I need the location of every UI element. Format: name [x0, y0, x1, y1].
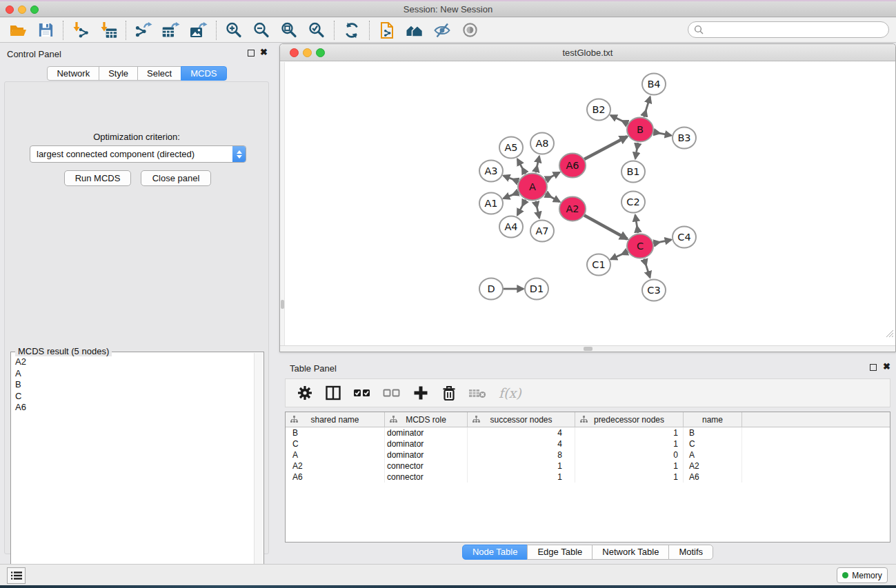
- table-settings-button[interactable]: [297, 385, 313, 401]
- graph-node-A[interactable]: A: [518, 174, 547, 201]
- table-float-panel-icon[interactable]: [870, 364, 877, 371]
- graph-node-A2[interactable]: A2: [559, 197, 586, 221]
- add-column-button[interactable]: [412, 385, 429, 401]
- mcds-result-item[interactable]: A6: [12, 402, 252, 414]
- graph-edge-B-B4[interactable]: [644, 97, 650, 116]
- table-cell-successor-nodes[interactable]: 4: [468, 438, 575, 449]
- tab-node-table[interactable]: Node Table: [462, 545, 528, 560]
- graph-node-A5[interactable]: A5: [499, 137, 523, 159]
- graph-node-A7[interactable]: A7: [530, 221, 554, 242]
- table-cell-name[interactable]: C: [684, 438, 742, 449]
- graph-edge-A-A6[interactable]: [546, 172, 560, 180]
- export-table-button[interactable]: [157, 19, 185, 41]
- export-image-button[interactable]: [185, 19, 212, 41]
- show-panel-list-button[interactable]: [7, 567, 26, 584]
- network-horizontal-scrollbar[interactable]: [280, 345, 895, 352]
- table-cell-shared-name[interactable]: A6: [286, 472, 385, 483]
- graph-node-A4[interactable]: A4: [499, 216, 523, 238]
- refresh-network-button[interactable]: [338, 19, 366, 41]
- hide-selected-button[interactable]: [428, 19, 456, 41]
- tab-motifs[interactable]: Motifs: [668, 545, 713, 560]
- select-all-checks-button[interactable]: [353, 385, 371, 401]
- copy-network-button[interactable]: [373, 19, 401, 41]
- column-header-mcds-role[interactable]: MCDS role: [385, 412, 468, 427]
- graph-node-B2[interactable]: B2: [587, 99, 610, 121]
- run-mcds-button[interactable]: Run MCDS: [64, 170, 131, 186]
- graph-node-C4[interactable]: C4: [673, 227, 696, 248]
- graph-edge-A-A4[interactable]: [517, 200, 526, 215]
- tab-network[interactable]: Network: [47, 66, 99, 81]
- graph-edge-A-A1[interactable]: [504, 192, 519, 199]
- table-cell-shared-name[interactable]: B: [286, 427, 385, 438]
- graph-node-B[interactable]: B: [627, 118, 653, 142]
- export-network-button[interactable]: [130, 19, 157, 41]
- graph-edge-A-A2[interactable]: [546, 194, 560, 201]
- apply-function-button[interactable]: f(x): [499, 385, 521, 401]
- graph-node-C1[interactable]: C1: [587, 254, 610, 276]
- graph-node-A8[interactable]: A8: [530, 133, 554, 154]
- save-session-button[interactable]: [32, 19, 59, 41]
- graph-node-B3[interactable]: B3: [673, 128, 696, 149]
- table-row[interactable]: A6connector11A6: [286, 472, 890, 483]
- graph-node-A3[interactable]: A3: [479, 161, 503, 182]
- tab-edge-table[interactable]: Edge Table: [527, 545, 593, 560]
- tab-mcds[interactable]: MCDS: [181, 66, 226, 81]
- resize-grip-icon[interactable]: [885, 329, 894, 338]
- graph-edge-A6-B[interactable]: [584, 136, 627, 159]
- table-cell-successor-nodes[interactable]: 4: [468, 427, 575, 438]
- zoom-out-button[interactable]: [248, 19, 275, 41]
- table-cell-mcds-role[interactable]: connector: [385, 460, 468, 472]
- column-header-successor-nodes[interactable]: successor nodes: [468, 412, 575, 427]
- graph-node-A1[interactable]: A1: [479, 193, 503, 214]
- tab-select[interactable]: Select: [137, 66, 181, 81]
- mcds-result-item[interactable]: A2: [12, 356, 252, 368]
- graph-node-D1[interactable]: D1: [525, 278, 548, 300]
- mcds-result-item[interactable]: B: [12, 379, 252, 391]
- graph-node-B4[interactable]: B4: [642, 74, 666, 95]
- graph-edge-A-A8[interactable]: [536, 156, 539, 172]
- zoom-in-button[interactable]: [220, 19, 248, 41]
- float-panel-icon[interactable]: [248, 50, 255, 57]
- graph-node-C3[interactable]: C3: [642, 280, 666, 301]
- mcds-result-item[interactable]: C: [12, 391, 252, 403]
- graph-edge-A-A3[interactable]: [504, 176, 519, 182]
- table-cell-successor-nodes[interactable]: 1: [468, 460, 575, 472]
- graph-edge-A2-C[interactable]: [584, 215, 628, 239]
- table-cell-name[interactable]: B: [684, 427, 742, 438]
- column-header-shared-name[interactable]: shared name: [286, 412, 385, 427]
- column-header-name[interactable]: name: [684, 412, 742, 427]
- tab-network-table[interactable]: Network Table: [592, 545, 669, 560]
- table-cell-predecessor-nodes[interactable]: 0: [575, 449, 684, 460]
- column-layout-button[interactable]: [325, 385, 341, 401]
- graph-edge-C-C4[interactable]: [653, 240, 671, 243]
- table-cell-shared-name[interactable]: A2: [286, 460, 385, 472]
- network-canvas[interactable]: B4B2BB3A8A5A6A3B1AC2A1A2A4A7C4CC1C3DD1: [280, 62, 895, 345]
- graph-edge-B-B2[interactable]: [610, 115, 628, 123]
- table-cell-shared-name[interactable]: C: [286, 438, 385, 449]
- table-cell-name[interactable]: A6: [684, 472, 742, 483]
- graph-node-B1[interactable]: B1: [621, 161, 645, 183]
- open-file-button[interactable]: [4, 19, 32, 41]
- memory-button[interactable]: Memory: [837, 567, 888, 583]
- search-input[interactable]: [707, 23, 888, 36]
- graph-node-D[interactable]: D: [479, 278, 503, 300]
- table-cell-mcds-role[interactable]: dominator: [385, 449, 468, 460]
- graph-edge-C-C3[interactable]: [644, 258, 650, 277]
- table-row[interactable]: Bdominator41B: [286, 427, 890, 438]
- optimization-criterion-dropdown[interactable]: largest connected component (directed): [30, 145, 246, 163]
- delete-entries-button[interactable]: [441, 385, 457, 401]
- graph-edge-A-A5[interactable]: [517, 159, 526, 174]
- graph-edge-A-A7[interactable]: [536, 201, 539, 218]
- first-neighbors-button[interactable]: [401, 19, 428, 41]
- table-cell-predecessor-nodes[interactable]: 1: [575, 438, 684, 449]
- graph-node-C[interactable]: C: [627, 234, 653, 258]
- table-cell-mcds-role[interactable]: dominator: [385, 438, 468, 449]
- table-close-panel-icon[interactable]: ✖: [883, 361, 890, 372]
- mcds-result-item[interactable]: A: [12, 368, 252, 380]
- graph-edge-C-C1[interactable]: [611, 252, 628, 259]
- deselect-checks-button[interactable]: [383, 385, 401, 401]
- graph-node-C2[interactable]: C2: [621, 192, 645, 213]
- table-cell-predecessor-nodes[interactable]: 1: [575, 460, 684, 472]
- zoom-fit-button[interactable]: [275, 19, 303, 41]
- zoom-selected-button[interactable]: [303, 19, 330, 41]
